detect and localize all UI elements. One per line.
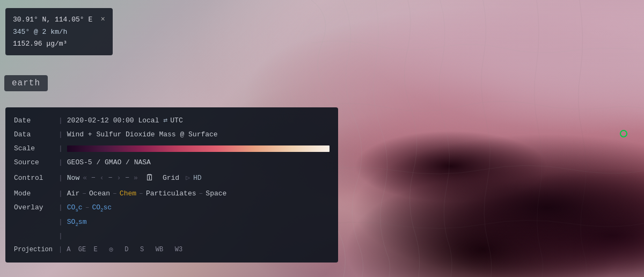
calendar-button[interactable]: 🗓 xyxy=(145,170,154,187)
overlay-label: Overlay xyxy=(14,201,54,215)
data-label: Data xyxy=(14,128,54,142)
overlay-cosc[interactable]: COsc xyxy=(67,201,83,215)
mode-chem[interactable]: Chem xyxy=(120,187,136,201)
mode-particulates[interactable]: Particulates xyxy=(146,187,196,201)
projection-row: Projection | A GE E ◎ D S WB W3 xyxy=(14,243,330,256)
hd-button[interactable]: HD xyxy=(193,171,202,185)
overlay-co2sc[interactable]: CO2sc xyxy=(92,201,112,215)
date-label: Date xyxy=(14,114,54,128)
mode-space[interactable]: Space xyxy=(206,187,226,201)
data-row: Data | Wind + Sulfur Dioxide Mass @ Surf… xyxy=(14,128,330,142)
date-value: 2020-02-12 00:00 Local xyxy=(67,114,159,128)
overlay-row-1: Overlay | COsc – CO2sc xyxy=(14,201,330,215)
playback-controls: Now « − ‹ − › − » 🗓 Grid ▷ HD xyxy=(67,170,202,187)
measurement-value: 1152.96 μg/m³ xyxy=(13,40,67,48)
overlay-so2sm[interactable]: SO2sm xyxy=(67,215,87,230)
utc-label: UTC xyxy=(170,114,182,128)
utc-toggle[interactable]: ⇄ xyxy=(163,114,167,128)
earth-label[interactable]: earth xyxy=(4,75,48,91)
projection-label: Projection xyxy=(14,243,54,256)
mode-row: Mode | Air – Ocean – Chem – Particulates… xyxy=(14,187,330,201)
projection-value: A GE E ◎ D S WB W3 xyxy=(67,243,182,256)
coordinate-text: 30.91° N, 114.05° E xyxy=(13,14,92,26)
source-row: Source | GEOS-5 / GMAO / NASA xyxy=(14,156,330,170)
scale-bar xyxy=(67,145,330,152)
overlay-row-2: Overlay | SO2sm xyxy=(14,215,330,230)
source-label: Source xyxy=(14,156,54,170)
data-value: Wind + Sulfur Dioxide Mass @ Surface xyxy=(67,128,218,142)
location-marker[interactable] xyxy=(620,130,627,137)
overlay-row-3: Overlay | xyxy=(14,229,330,243)
control-row: Control | Now « − ‹ − › − » 🗓 Grid ▷ HD xyxy=(14,170,330,187)
scale-label: Scale xyxy=(14,142,54,156)
now-button[interactable]: Now xyxy=(67,171,79,185)
control-label: Control xyxy=(14,171,54,185)
mode-ocean[interactable]: Ocean xyxy=(89,187,110,201)
wind-direction-text: 345° @ 2 km/h xyxy=(13,28,67,36)
coordinate-popup: 30.91° N, 114.05° E × 345° @ 2 km/h 1152… xyxy=(5,8,113,55)
close-button[interactable]: × xyxy=(101,13,105,26)
grid-button[interactable]: Grid xyxy=(163,171,179,185)
source-value: GEOS-5 / GMAO / NASA xyxy=(67,156,151,170)
scale-row: Scale | xyxy=(14,142,330,156)
mode-air[interactable]: Air xyxy=(67,187,79,201)
info-panel: Date | 2020-02-12 00:00 Local ⇄ UTC Data… xyxy=(5,107,338,263)
date-row: Date | 2020-02-12 00:00 Local ⇄ UTC xyxy=(14,114,330,128)
mode-label: Mode xyxy=(14,187,54,201)
